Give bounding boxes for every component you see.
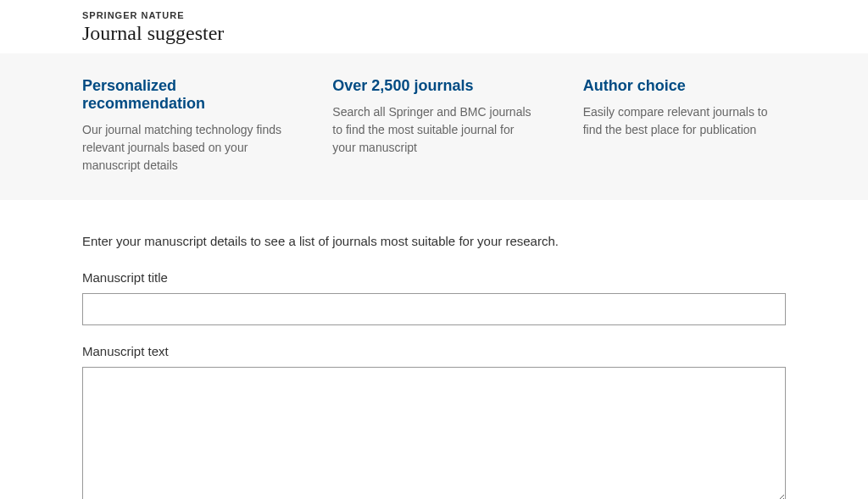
- brand-name: SPRINGER NATURE: [82, 10, 224, 20]
- form-section: Enter your manuscript details to see a l…: [0, 200, 868, 499]
- intro-text: Enter your manuscript details to see a l…: [82, 234, 786, 248]
- features-section: Personalized recommendation Our journal …: [0, 53, 868, 200]
- product-name: Journal suggester: [82, 22, 224, 45]
- header: SPRINGER NATURE Journal suggester: [0, 0, 868, 53]
- manuscript-text-input[interactable]: [82, 367, 786, 499]
- feature-journals: Over 2,500 journals Search all Springer …: [332, 77, 535, 175]
- feature-title: Author choice: [583, 77, 786, 95]
- feature-desc: Easily compare relevant journals to find…: [583, 103, 786, 139]
- feature-desc: Our journal matching technology finds re…: [82, 121, 285, 175]
- field-manuscript-text: Manuscript text: [82, 344, 786, 499]
- manuscript-title-label: Manuscript title: [82, 270, 786, 285]
- field-manuscript-title: Manuscript title: [82, 270, 786, 325]
- feature-title: Personalized recommendation: [82, 77, 285, 113]
- feature-title: Over 2,500 journals: [332, 77, 535, 95]
- manuscript-text-label: Manuscript text: [82, 344, 786, 358]
- feature-personalized: Personalized recommendation Our journal …: [82, 77, 285, 175]
- feature-desc: Search all Springer and BMC journals to …: [332, 103, 535, 157]
- feature-author-choice: Author choice Easily compare relevant jo…: [583, 77, 786, 175]
- logo: SPRINGER NATURE Journal suggester: [82, 10, 224, 45]
- manuscript-title-input[interactable]: [82, 293, 786, 325]
